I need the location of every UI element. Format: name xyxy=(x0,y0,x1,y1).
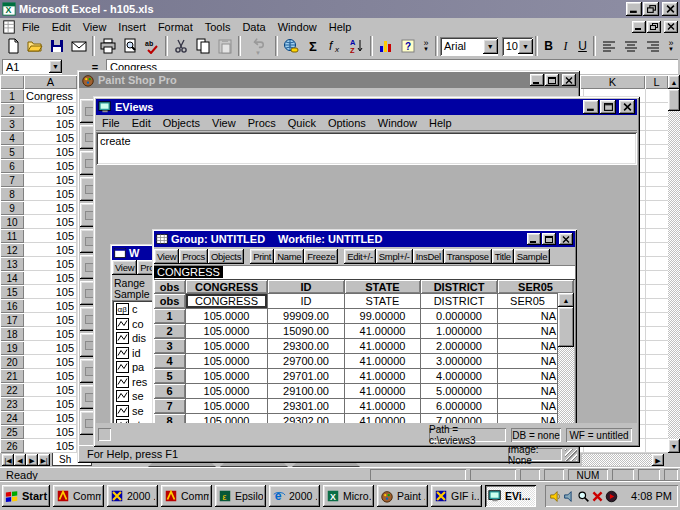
paste-button[interactable] xyxy=(214,36,236,56)
group-cell-r3-c0[interactable]: 105.0000 xyxy=(186,339,268,354)
excel-cell-a21[interactable]: 105 xyxy=(24,369,77,383)
group-cell-r1-c0[interactable]: 105.0000 xyxy=(186,309,268,324)
group-cell-r3-c2[interactable]: 41.00000 xyxy=(345,339,421,354)
group-cell-r1-c1[interactable]: 99909.00 xyxy=(268,309,345,324)
excel-row-header-6[interactable]: 6 xyxy=(0,159,24,173)
group-cell-r4-c2[interactable]: 41.00000 xyxy=(345,354,421,369)
eviews-menu-objects[interactable]: Objects xyxy=(157,115,206,131)
group-obs-3[interactable]: 3 xyxy=(154,339,186,354)
group-label-id-1[interactable]: ID xyxy=(268,294,345,309)
excel-menu-data[interactable]: Data xyxy=(236,19,271,35)
column-header-k[interactable]: K xyxy=(580,75,645,89)
group-label-congress-0[interactable]: CONGRESS xyxy=(186,294,268,309)
excel-cell-a19[interactable]: 105 xyxy=(24,341,77,355)
excel-row-header-7[interactable]: 7 xyxy=(0,173,24,187)
excel-cell-a13[interactable]: 105 xyxy=(24,257,77,271)
excel-menu-edit[interactable]: Edit xyxy=(46,19,77,35)
excel-cell-a20[interactable]: 105 xyxy=(24,355,77,369)
group-header-congress[interactable]: CONGRESS xyxy=(186,280,268,294)
excel-row-header-11[interactable]: 11 xyxy=(0,229,24,243)
italic-button[interactable]: I xyxy=(557,36,574,56)
excel-row-header-19[interactable]: 19 xyxy=(0,341,24,355)
group-cell-r7-c0[interactable]: 105.0000 xyxy=(186,399,268,414)
taskbar-task-evi-8[interactable]: EVi... xyxy=(485,485,536,507)
spelling-button[interactable]: ab xyxy=(141,36,163,56)
excel-cell-a12[interactable]: 105 xyxy=(24,243,77,257)
name-box[interactable]: A1▼ xyxy=(2,59,62,74)
eviews-menu-options[interactable]: Options xyxy=(322,115,372,131)
excel-row-header-20[interactable]: 20 xyxy=(0,355,24,369)
group-cell-r8-c2[interactable]: 41.00000 xyxy=(345,414,421,423)
scroll-thumb[interactable] xyxy=(668,89,680,111)
group-label-ser05-4[interactable]: SER05 xyxy=(498,294,558,309)
cut-button[interactable] xyxy=(170,36,192,56)
tab-first-icon[interactable]: |◀ xyxy=(2,454,14,466)
excel-cell-a16[interactable]: 105 xyxy=(24,299,77,313)
size-dropdown-icon[interactable]: ▼ xyxy=(518,39,533,54)
excel-row-header-26[interactable]: 26 xyxy=(0,439,24,453)
group-cell-r6-c0[interactable]: 105.0000 xyxy=(186,384,268,399)
group-header-state[interactable]: STATE xyxy=(345,280,421,294)
excel-menu-tools[interactable]: Tools xyxy=(199,19,237,35)
excel-row-header-5[interactable]: 5 xyxy=(0,145,24,159)
group-cell-r4-c3[interactable]: 3.000000 xyxy=(421,354,498,369)
group-button-sample[interactable]: Sample xyxy=(514,249,550,264)
tab-next-icon[interactable]: ▶ xyxy=(26,454,38,466)
group-button-transpose[interactable]: Transpose xyxy=(444,249,492,264)
group-scroll-up-icon[interactable]: ▲ xyxy=(558,293,574,307)
excel-cell-a1[interactable]: Congress xyxy=(24,89,77,103)
group-cell-r2-c0[interactable]: 105.0000 xyxy=(186,324,268,339)
group-button-name[interactable]: Name xyxy=(274,249,304,264)
excel-cell-a8[interactable]: 105 xyxy=(24,187,77,201)
font-dropdown-icon[interactable]: ▼ xyxy=(483,39,498,54)
group-button-title[interactable]: Title xyxy=(492,249,514,264)
group-cell-r1-c2[interactable]: 99.00000 xyxy=(345,309,421,324)
excel-row-header-12[interactable]: 12 xyxy=(0,243,24,257)
excel-row-header-13[interactable]: 13 xyxy=(0,257,24,271)
group-obs-7[interactable]: 7 xyxy=(154,399,186,414)
print-button[interactable] xyxy=(97,36,119,56)
group-cell-r6-c3[interactable]: 5.000000 xyxy=(421,384,498,399)
volume-icon[interactable] xyxy=(549,490,562,503)
group-cell-r7-c3[interactable]: 6.000000 xyxy=(421,399,498,414)
open-button[interactable] xyxy=(24,36,46,56)
eviews-command-window[interactable]: create xyxy=(96,132,637,165)
eviews-maximize-button[interactable] xyxy=(600,100,616,114)
excel-cell-a17[interactable]: 105 xyxy=(24,313,77,327)
group-header-id[interactable]: ID xyxy=(268,280,345,294)
excel-row-header-1[interactable]: 1 xyxy=(0,89,24,103)
group-edit-field[interactable]: CONGRESS xyxy=(154,265,575,279)
excel-cell-a2[interactable]: 105 xyxy=(24,103,77,117)
group-label-district-3[interactable]: DISTRICT xyxy=(421,294,498,309)
excel-row-header-24[interactable]: 24 xyxy=(0,411,24,425)
group-obs-2[interactable]: 2 xyxy=(154,324,186,339)
group-button-insdel[interactable]: InsDel xyxy=(413,249,444,264)
excel-row-header-17[interactable]: 17 xyxy=(0,313,24,327)
taskbar-task-gif-i-7[interactable]: GIF i... xyxy=(431,485,482,507)
excel-row-header-15[interactable]: 15 xyxy=(0,285,24,299)
excel-cell-a24[interactable]: 105 xyxy=(24,411,77,425)
volume-alt-icon[interactable] xyxy=(563,490,576,503)
h-scroll-right-icon[interactable]: ▶ xyxy=(652,454,664,466)
workbook-minimize-button[interactable] xyxy=(632,21,646,33)
eviews-menu-procs[interactable]: Procs xyxy=(242,115,282,131)
group-cell-r5-c1[interactable]: 29701.00 xyxy=(268,369,345,384)
excel-row-header-21[interactable]: 21 xyxy=(0,369,24,383)
group-label-obs[interactable]: obs xyxy=(154,294,186,309)
bold-button[interactable]: B xyxy=(540,36,557,56)
column-header-a[interactable]: A xyxy=(24,75,77,89)
excel-row-header-9[interactable]: 9 xyxy=(0,201,24,215)
new-button[interactable] xyxy=(2,36,24,56)
excel-cell-a22[interactable]: 105 xyxy=(24,383,77,397)
group-button-smpl[interactable]: Smpl+/- xyxy=(376,249,413,264)
group-minimize-button[interactable] xyxy=(527,233,541,245)
eviews-menu-file[interactable]: File xyxy=(96,115,126,131)
group-obs-5[interactable]: 5 xyxy=(154,369,186,384)
font-name-combo[interactable]: Arial▼ xyxy=(440,37,498,56)
excel-row-header-8[interactable]: 8 xyxy=(0,187,24,201)
group-cell-r4-c0[interactable]: 105.0000 xyxy=(186,354,268,369)
taskbar-task-micro-5[interactable]: XMicro... xyxy=(323,485,374,507)
excel-cell-a14[interactable]: 105 xyxy=(24,271,77,285)
name-box-dropdown-icon[interactable]: ▼ xyxy=(49,60,62,73)
tray-clock[interactable]: 4:08 PM xyxy=(631,490,678,502)
